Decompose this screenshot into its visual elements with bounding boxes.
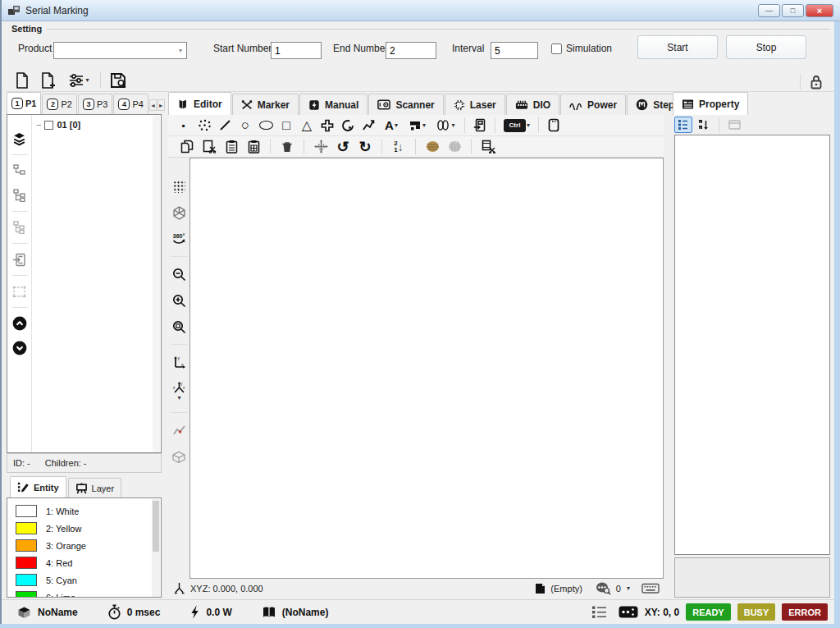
point-tool[interactable]: ·: [175, 117, 193, 135]
rectangle-tool[interactable]: □: [277, 117, 295, 135]
end-number-input[interactable]: [386, 42, 436, 59]
polyline-tool[interactable]: [359, 117, 377, 135]
lock-icon[interactable]: [804, 71, 829, 92]
start-number-input[interactable]: [271, 42, 322, 59]
color-row[interactable]: 6: Lime: [7, 589, 161, 598]
ctrl-shortcut-tool[interactable]: Ctrl ▾: [501, 117, 532, 135]
tab-power[interactable]: Power: [560, 94, 626, 115]
split-object-button[interactable]: [479, 138, 497, 156]
product-combobox[interactable]: ▾: [53, 42, 187, 59]
xyz-axes-icon[interactable]: zxy ▾: [169, 379, 189, 404]
color-row[interactable]: 5: Cyan: [7, 571, 161, 589]
property-pages-icon[interactable]: [725, 117, 743, 133]
stop-button[interactable]: Stop: [726, 35, 806, 59]
measure-path-icon[interactable]: [169, 421, 189, 439]
new-file-add-button[interactable]: [36, 70, 61, 90]
categorized-view-icon[interactable]: [674, 117, 692, 133]
ellipse-tool[interactable]: [257, 117, 275, 135]
fill-hatch-button[interactable]: [423, 138, 441, 156]
page-tab-p3[interactable]: 3 P3: [78, 94, 112, 114]
rings-tool[interactable]: ▾: [432, 117, 459, 135]
xy-axes-icon[interactable]: yx: [169, 353, 189, 371]
clipboard-tool[interactable]: [545, 117, 563, 135]
tab-property[interactable]: Property: [673, 92, 748, 115]
grid-toggle-icon[interactable]: [169, 177, 189, 195]
tree-scrollbar[interactable]: [153, 116, 160, 452]
selection-rect-icon[interactable]: [10, 282, 30, 300]
tab-editor[interactable]: Editor: [168, 92, 231, 115]
tab-entity[interactable]: Entity: [10, 476, 66, 497]
tab-scanner[interactable]: Scanner: [368, 94, 443, 115]
settings-sliders-button[interactable]: ▾: [62, 70, 95, 90]
move-up-icon[interactable]: [10, 314, 30, 332]
zoom-level-icon[interactable]: [596, 582, 611, 595]
sort-order-button[interactable]: 2 1 ↓: [390, 138, 408, 156]
zoom-fit-icon[interactable]: [169, 318, 189, 336]
move-button[interactable]: [312, 138, 330, 156]
point-array-tool[interactable]: [195, 117, 213, 135]
bounding-box-icon[interactable]: [169, 447, 189, 465]
line-tool[interactable]: [216, 117, 234, 135]
start-button[interactable]: Start: [637, 35, 718, 59]
zoom-out-icon[interactable]: [169, 265, 189, 283]
arc-tool[interactable]: [339, 117, 357, 135]
list-log-icon[interactable]: [591, 605, 607, 619]
zoom-caret-icon[interactable]: ▾: [627, 584, 630, 592]
simulation-checkbox[interactable]: [551, 44, 562, 54]
color-row[interactable]: 1: White: [7, 502, 161, 520]
tree-expand-icon[interactable]: [10, 186, 30, 204]
page-tabs-scroll-left-icon[interactable]: ◄: [149, 99, 157, 111]
tab-laser[interactable]: Laser: [445, 94, 505, 115]
code-tool[interactable]: ▾: [405, 117, 430, 135]
maximize-button[interactable]: □: [782, 4, 804, 17]
paste-button[interactable]: [222, 138, 240, 156]
cross-tool[interactable]: [318, 117, 336, 135]
rotate-cw-button[interactable]: ↻: [356, 138, 374, 156]
rotate-ccw-button[interactable]: ↺: [334, 138, 352, 156]
title-bar[interactable]: Serial Marking — □ ×: [0, 0, 840, 21]
tree-view[interactable]: − 01 [0]: [33, 115, 153, 452]
interval-input[interactable]: [491, 42, 538, 59]
new-file-button[interactable]: [10, 70, 34, 90]
keyboard-icon[interactable]: [641, 582, 660, 594]
color-list[interactable]: 1: White 2: Yellow 3: Orange 4: Red 5: C…: [7, 497, 162, 598]
tab-dio[interactable]: DIO: [506, 94, 559, 115]
tab-layer[interactable]: Layer: [68, 478, 122, 497]
copy-button[interactable]: [178, 138, 196, 156]
close-button[interactable]: ×: [806, 4, 833, 17]
circle-tool[interactable]: ○: [236, 117, 254, 135]
mesh-hatch-button[interactable]: [445, 138, 463, 156]
alphabetical-sort-icon[interactable]: az: [695, 117, 713, 133]
page-tab-p1[interactable]: 1 P1: [7, 92, 41, 114]
delete-button[interactable]: [278, 138, 296, 156]
page-tabs-scroll-right-icon[interactable]: ►: [158, 99, 165, 111]
scrollbar-thumb[interactable]: [153, 501, 159, 552]
color-row[interactable]: 3: Orange: [7, 537, 161, 554]
minimize-button[interactable]: —: [758, 4, 780, 17]
import-file-tool[interactable]: [471, 117, 489, 135]
canvas[interactable]: [189, 158, 664, 579]
property-grid[interactable]: [674, 135, 830, 555]
triangle-tool[interactable]: △: [298, 117, 316, 135]
tree-item-checkbox[interactable]: [44, 121, 53, 130]
color-row[interactable]: 2: Yellow: [7, 520, 161, 537]
tree-subtree-icon[interactable]: [10, 218, 30, 236]
move-down-icon[interactable]: [10, 339, 30, 357]
cut-object-button[interactable]: [200, 138, 218, 156]
tree-expander-icon[interactable]: −: [36, 120, 41, 130]
save-button[interactable]: [106, 70, 130, 90]
tree-root-item[interactable]: − 01 [0]: [36, 120, 149, 130]
text-tool[interactable]: A ▾: [380, 117, 403, 135]
paste-special-button[interactable]: [244, 138, 262, 156]
rotate-view-360-icon[interactable]: 360°: [169, 230, 189, 248]
tab-marker[interactable]: Marker: [232, 94, 299, 115]
tree-collapse-icon[interactable]: [10, 162, 30, 180]
import-entity-icon[interactable]: [10, 250, 30, 268]
view-3d-icon[interactable]: [169, 204, 189, 222]
page-tab-p4[interactable]: 4 P4: [113, 94, 148, 114]
layers-icon[interactable]: [10, 130, 30, 148]
zoom-in-icon[interactable]: [169, 291, 189, 309]
tab-manual[interactable]: Manual: [299, 94, 368, 115]
color-row[interactable]: 4: Red: [7, 554, 161, 571]
page-tab-p2[interactable]: 2 P2: [42, 94, 76, 114]
